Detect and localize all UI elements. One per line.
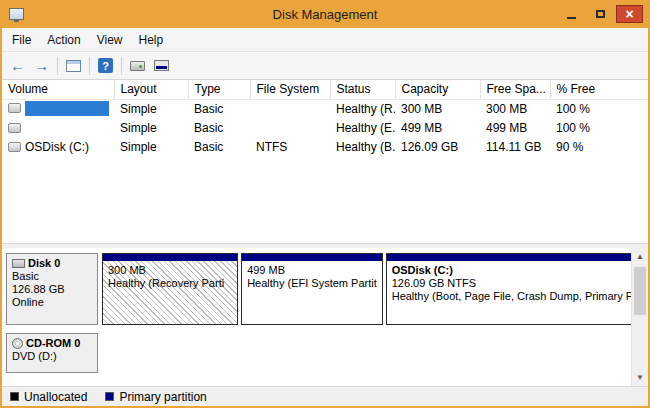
- scroll-up-icon: ▲: [636, 252, 644, 261]
- table-row[interactable]: OSDisk (C:) Simple Basic NTFS Healthy (B…: [2, 137, 648, 156]
- disk0-name: Disk 0: [28, 257, 60, 269]
- help-button[interactable]: ?: [94, 54, 117, 77]
- close-button[interactable]: ×: [616, 5, 643, 23]
- cell-status: Healthy (E...: [330, 118, 395, 137]
- cdrom-label[interactable]: CD-ROM 0 DVD (D:): [6, 333, 98, 373]
- back-button[interactable]: ←: [6, 54, 29, 77]
- disk0-status: Online: [12, 296, 92, 309]
- window-controls: ×: [558, 5, 648, 23]
- maximize-button[interactable]: [587, 5, 614, 23]
- menu-action[interactable]: Action: [39, 30, 88, 50]
- table-row[interactable]: Simple Basic Healthy (R... 300 MB 300 MB…: [2, 99, 648, 118]
- cell-type: Basic: [188, 137, 250, 156]
- toolbar-separator: [89, 57, 90, 75]
- cdrom-row: CD-ROM 0 DVD (D:): [6, 333, 626, 373]
- cell-capacity: 499 MB: [395, 118, 480, 137]
- graphical-view-panel: Disk 0 Basic 126.88 GB Online 300 MB Hea…: [2, 248, 648, 386]
- console-tree-button[interactable]: [62, 54, 85, 77]
- primary-partition-swatch: [105, 392, 114, 401]
- menu-help[interactable]: Help: [131, 30, 172, 50]
- volume-icon: [8, 142, 21, 152]
- menu-file[interactable]: File: [4, 30, 39, 50]
- partition-name: OSDisk (C:): [392, 264, 641, 277]
- cell-file-system: [250, 118, 330, 137]
- cell-file-system: [250, 99, 330, 118]
- scroll-down-button[interactable]: ▼: [632, 369, 648, 386]
- cell-pct-free: 100 %: [550, 99, 648, 118]
- disk0-type: Basic: [12, 270, 92, 283]
- partition-efi[interactable]: 499 MB Healthy (EFI System Partit: [241, 253, 383, 325]
- partition-status: Healthy (Recovery Parti: [108, 277, 232, 290]
- legend-primary-partition: Primary partition: [105, 390, 206, 404]
- partition-status: Healthy (EFI System Partit: [247, 277, 377, 290]
- cdrom-media-area: [102, 333, 626, 373]
- unallocated-swatch: [10, 392, 19, 401]
- vertical-scrollbar[interactable]: ▲ ▼: [631, 248, 648, 386]
- scroll-up-button[interactable]: ▲: [632, 248, 648, 265]
- col-layout[interactable]: Layout: [114, 80, 188, 99]
- cell-capacity: 300 MB: [395, 99, 480, 118]
- col-capacity[interactable]: Capacity: [395, 80, 480, 99]
- cell-status: Healthy (B...: [330, 137, 395, 156]
- help-icon: ?: [98, 58, 113, 73]
- primary-partition-bar: [242, 254, 382, 261]
- cd-rom-icon: [12, 338, 23, 349]
- scroll-down-icon: ▼: [636, 373, 644, 382]
- table-row[interactable]: Simple Basic Healthy (E... 499 MB 499 MB…: [2, 118, 648, 137]
- disk0-label[interactable]: Disk 0 Basic 126.88 GB Online: [6, 253, 98, 325]
- menubar: File Action View Help: [2, 28, 648, 51]
- hard-disk-icon: [12, 259, 25, 268]
- partition-recovery[interactable]: 300 MB Healthy (Recovery Parti: [102, 253, 238, 325]
- graphical-view-icon: [154, 60, 169, 71]
- toolbar-separator: [121, 57, 122, 75]
- forward-button[interactable]: →: [30, 54, 53, 77]
- partition-size: 499 MB: [247, 264, 377, 277]
- scrollbar-thumb[interactable]: [634, 267, 646, 315]
- col-type[interactable]: Type: [188, 80, 250, 99]
- disk-list-icon: [130, 61, 145, 71]
- unallocated-label: Unallocated: [24, 390, 87, 404]
- cell-layout: Simple: [114, 99, 188, 118]
- cell-pct-free: 90 %: [550, 137, 648, 156]
- cell-layout: Simple: [114, 118, 188, 137]
- partition-status: Healthy (Boot, Page File, Crash Dump, Pr…: [392, 290, 641, 303]
- window-title: Disk Management: [2, 7, 648, 22]
- cell-type: Basic: [188, 99, 250, 118]
- col-free-space[interactable]: Free Spa...: [480, 80, 550, 99]
- col-status[interactable]: Status: [330, 80, 395, 99]
- maximize-icon: [596, 10, 605, 18]
- close-icon: ×: [625, 7, 633, 21]
- primary-partition-bar: [387, 254, 646, 261]
- cell-layout: Simple: [114, 137, 188, 156]
- console-tree-icon: [66, 60, 81, 72]
- cell-free-space: 499 MB: [480, 118, 550, 137]
- cdrom-type: DVD (D:): [12, 350, 92, 363]
- cell-free-space: 300 MB: [480, 99, 550, 118]
- col-volume[interactable]: Volume: [2, 80, 114, 99]
- toolbar: ← → ?: [2, 51, 648, 80]
- graphical-view-button[interactable]: [150, 54, 173, 77]
- legend-bar: Unallocated Primary partition: [2, 386, 648, 406]
- cell-status: Healthy (R...: [330, 99, 395, 118]
- cell-capacity: 126.09 GB: [395, 137, 480, 156]
- col-pct-free[interactable]: % Free: [550, 80, 648, 99]
- cell-type: Basic: [188, 118, 250, 137]
- disk-management-window: Disk Management × File Action View Help …: [0, 0, 650, 408]
- disk0-row: Disk 0 Basic 126.88 GB Online 300 MB Hea…: [6, 253, 626, 325]
- volume-name: OSDisk (C:): [25, 140, 89, 154]
- partition-osdisk[interactable]: OSDisk (C:) 126.09 GB NTFS Healthy (Boot…: [386, 253, 647, 325]
- menu-view[interactable]: View: [89, 30, 131, 50]
- scrollbar-track[interactable]: [632, 265, 648, 369]
- primary-partition-label: Primary partition: [119, 390, 206, 404]
- col-file-system[interactable]: File System: [250, 80, 330, 99]
- forward-icon: →: [34, 58, 49, 73]
- minimize-button[interactable]: [558, 5, 585, 23]
- primary-partition-bar: [103, 254, 237, 261]
- titlebar[interactable]: Disk Management ×: [2, 0, 648, 28]
- disk-list-view-button[interactable]: [126, 54, 149, 77]
- toolbar-separator: [57, 57, 58, 75]
- cell-free-space: 114.11 GB: [480, 137, 550, 156]
- minimize-icon: [567, 17, 576, 19]
- volume-table: Volume Layout Type File System Status Ca…: [2, 80, 648, 156]
- back-icon: ←: [10, 58, 25, 73]
